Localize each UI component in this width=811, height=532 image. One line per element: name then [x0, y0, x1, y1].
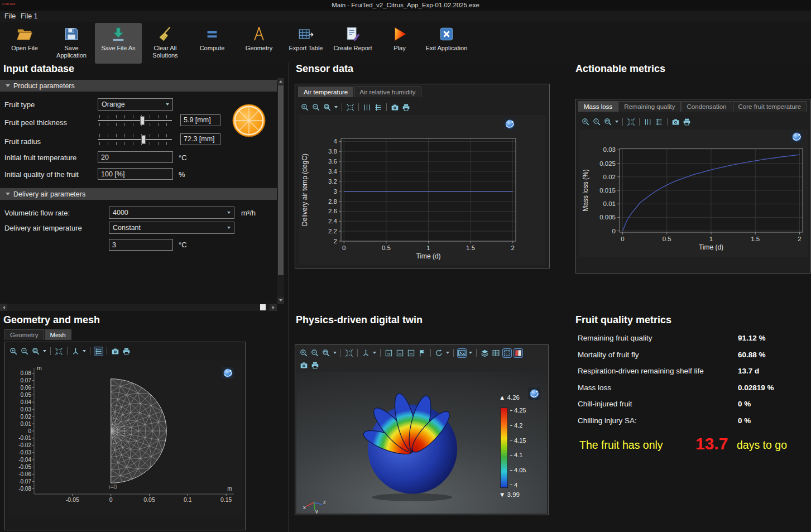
product-parameters-header[interactable]: Product parameters [0, 80, 277, 92]
vertical-scrollbar-thumb[interactable] [278, 85, 284, 275]
zoom-box-icon[interactable] [604, 118, 612, 126]
print-icon[interactable] [122, 347, 131, 356]
color-legend-icon[interactable] [514, 349, 522, 357]
twin-3d-canvas[interactable]: ▲ 4.26 4.254.24.154.14.054 ▼ 3.99 x y z [296, 372, 547, 514]
zoom-out-icon[interactable] [21, 347, 29, 356]
tab-remaining-quality[interactable]: Remaining quality [618, 101, 680, 112]
slider-thumb[interactable] [140, 116, 145, 125]
geometry-button[interactable]: Geometry [236, 23, 282, 64]
print-icon[interactable] [311, 361, 319, 370]
rotate-icon[interactable] [435, 349, 443, 357]
vertical-scrollbar[interactable] [277, 78, 284, 304]
image-snapshot-icon[interactable] [458, 349, 466, 357]
zoom-out-icon[interactable] [311, 349, 319, 357]
zoom-out-icon[interactable] [312, 103, 320, 112]
fruit-peel-thickness-slider[interactable] [98, 114, 172, 127]
y-axis-lines-icon[interactable] [644, 118, 652, 126]
zoom-box-icon[interactable] [323, 103, 332, 112]
fruit-type-label: Fruit type [4, 100, 35, 109]
dropdown-caret-icon[interactable] [446, 352, 449, 354]
camera-icon[interactable] [111, 347, 119, 356]
scroll-down-button[interactable] [277, 297, 284, 304]
save-application-button[interactable]: Save Application [48, 23, 95, 64]
camera-icon[interactable] [300, 361, 308, 370]
view-yz-icon[interactable] [396, 349, 404, 357]
tab-mass-loss[interactable]: Mass loss [578, 101, 618, 112]
zoom-in-icon[interactable] [301, 103, 309, 112]
comsol-logo-button[interactable] [503, 118, 516, 130]
svg-text:0.5: 0.5 [663, 236, 671, 242]
menu-file-1[interactable]: File 1 [21, 12, 38, 20]
comsol-logo-button[interactable] [790, 131, 803, 143]
dropdown-caret-icon[interactable] [83, 350, 86, 352]
scroll-right-button[interactable] [270, 304, 277, 311]
clear-all-solutions-button[interactable]: Clear All Solutions [142, 23, 189, 64]
grid-lines-icon[interactable] [374, 103, 382, 112]
print-icon[interactable] [402, 103, 410, 112]
zoom-extents-icon[interactable] [345, 349, 353, 357]
camera-icon[interactable] [671, 118, 680, 126]
print-icon[interactable] [683, 118, 691, 126]
zoom-extents-icon[interactable] [55, 347, 63, 356]
scroll-up-button[interactable] [277, 78, 284, 85]
dropdown-caret-icon[interactable] [615, 121, 618, 123]
initial-fruit-temperature-input[interactable] [98, 151, 173, 163]
orientation-icon[interactable] [71, 347, 80, 356]
compute-button[interactable]: Compute [189, 23, 236, 64]
comsol-logo-button[interactable] [222, 367, 234, 379]
dropdown-caret-icon[interactable] [334, 106, 338, 108]
horizontal-scrollbar[interactable] [0, 304, 277, 311]
save-file-as-button[interactable]: Save File As [95, 23, 142, 64]
camera-icon[interactable] [391, 103, 399, 112]
scroll-left-button[interactable] [0, 304, 7, 311]
tab-core-fruit-temperature[interactable]: Core fruit temperature [733, 101, 807, 112]
zoom-in-icon[interactable] [300, 349, 308, 357]
create-report-button[interactable]: Create Report [329, 23, 376, 64]
view-xy-icon[interactable] [385, 349, 393, 357]
zoom-extents-icon[interactable] [346, 103, 354, 112]
tab-air-relative-humidity[interactable]: Air relative humidity [354, 87, 421, 97]
initial-quality-input[interactable] [98, 168, 173, 180]
open-file-button[interactable]: Open File [1, 23, 48, 64]
mass-loss-plot-canvas[interactable]: 00.511.5200.0050.010.0150.020.0250.03Tim… [579, 130, 808, 257]
comsol-logo-button[interactable] [528, 387, 540, 400]
delivery-air-parameters-header[interactable]: Delivery air parameters [0, 188, 277, 200]
play-button[interactable]: Play [376, 23, 423, 64]
clear-all-solutions-icon [157, 26, 174, 42]
fruit-type-dropdown[interactable]: Orange [98, 98, 173, 111]
slider-thumb[interactable] [141, 135, 146, 144]
table-icon[interactable] [492, 349, 500, 357]
mesh-plot-canvas[interactable]: 0.080.070.060.050.040.030.020.010-0.01-0… [8, 360, 242, 516]
fruit-radius-slider[interactable] [98, 133, 172, 146]
select-box-icon[interactable] [503, 349, 511, 357]
grid-lines-icon[interactable] [655, 118, 663, 126]
dropdown-caret-icon[interactable] [43, 350, 46, 352]
orientation-icon[interactable] [362, 349, 370, 357]
y-axis-lines-icon[interactable] [363, 103, 371, 112]
dropdown-caret-icon[interactable] [469, 352, 472, 354]
go-to-default-view-icon[interactable] [418, 349, 426, 357]
view-xz-icon[interactable] [407, 349, 415, 357]
delivery-air-temperature-input[interactable] [109, 239, 173, 251]
tab-mesh[interactable]: Mesh [45, 329, 71, 340]
volumetric-flow-rate-dropdown[interactable]: 4000 [109, 207, 234, 219]
horizontal-scrollbar-thumb[interactable] [260, 304, 266, 310]
dropdown-caret-icon[interactable] [373, 352, 376, 354]
delivery-air-temperature-dropdown[interactable]: Constant [109, 222, 234, 234]
tab-geometry[interactable]: Geometry [4, 329, 44, 340]
sensor-plot-canvas[interactable]: 00.511.5222.22.42.62.833.23.43.63.84Time… [299, 115, 546, 265]
zoom-in-icon[interactable] [582, 118, 590, 126]
zoom-box-icon[interactable] [32, 347, 40, 356]
menu-file[interactable]: File [4, 12, 16, 20]
tab-air-temperature[interactable]: Air temperature [298, 87, 353, 97]
zoom-out-icon[interactable] [593, 118, 601, 126]
zoom-extents-icon[interactable] [627, 118, 635, 126]
zoom-box-icon[interactable] [322, 349, 330, 357]
exit-application-button[interactable]: Exit Application [423, 23, 470, 64]
dropdown-caret-icon[interactable] [333, 352, 337, 354]
grid-lines-icon[interactable] [94, 347, 103, 356]
scene-layers-icon[interactable] [481, 349, 489, 357]
zoom-in-icon[interactable] [9, 347, 18, 356]
export-table-button[interactable]: Export Table [282, 23, 329, 64]
tab-condensation[interactable]: Condensation [682, 101, 732, 112]
